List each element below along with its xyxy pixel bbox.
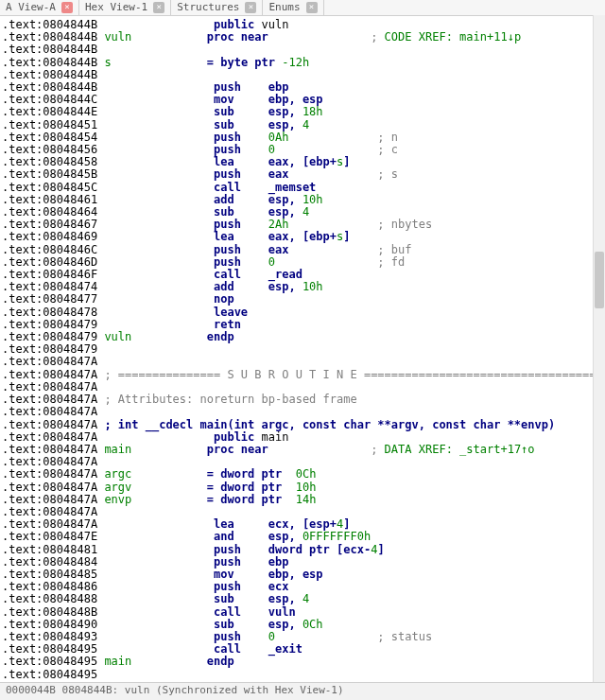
tab[interactable]: Structures× (171, 0, 263, 15)
address: .text:0804847E (2, 530, 214, 543)
token: ; nbytes (288, 218, 432, 231)
address: .text:08048495 (2, 642, 214, 656)
tab-bar: A View-A×Hex View-1×Structures×Enums× (0, 0, 605, 16)
address: .text:0804846D (2, 255, 214, 269)
address: .text:08048488 (2, 592, 214, 605)
token: push (214, 218, 268, 231)
token: proc near (207, 443, 268, 456)
token: 10h (282, 481, 316, 494)
token: 2Ah (268, 218, 289, 231)
token: 0 (268, 255, 275, 269)
token: vuln (262, 18, 289, 31)
token: ; Attributes: noreturn bp-based frame (104, 393, 356, 406)
address: .text:08048481 (2, 543, 214, 556)
address: .text:0804847A (2, 467, 104, 481)
token: sub (214, 105, 268, 118)
address: .text:08048454 (2, 131, 214, 144)
address: .text:0804846F (2, 268, 214, 281)
address: .text:08048484 (2, 555, 214, 569)
token: ; s (288, 167, 398, 181)
token: esp, (268, 530, 302, 543)
token: ; (268, 443, 385, 456)
token: ecx, [esp+ (268, 517, 337, 531)
address: .text:08048479 (2, 342, 97, 356)
tab-label: Hex View-1 (85, 1, 147, 13)
address: .text:08048479 (2, 330, 104, 343)
token: ; fd (275, 255, 405, 269)
token: ; (268, 30, 385, 44)
token: public (214, 430, 262, 444)
address: .text:0804848B (2, 605, 214, 619)
token: ; status (275, 630, 432, 643)
address: .text:08048458 (2, 155, 214, 168)
token: argc (104, 467, 131, 481)
close-icon[interactable]: × (245, 2, 256, 13)
token: mov (214, 93, 268, 106)
token: endp (207, 655, 234, 668)
token: ; n (288, 131, 398, 144)
tab[interactable]: Enums× (263, 0, 323, 15)
token: argv (104, 481, 131, 494)
token: endp (207, 330, 234, 343)
token: and (214, 530, 268, 543)
token: push (214, 143, 268, 156)
address: .text:08048490 (2, 618, 214, 631)
address: .text:0804844B (2, 18, 214, 31)
close-icon[interactable]: × (153, 2, 164, 13)
token: ; int __cdecl main(int argc, const char … (104, 418, 555, 431)
tab[interactable]: A View-A× (0, 0, 79, 15)
close-icon[interactable]: × (61, 2, 73, 13)
token: DATA XREF: _start+17↑o (385, 443, 535, 456)
tab-label: Enums (268, 1, 300, 13)
token: ecx (268, 580, 289, 593)
token: add (214, 280, 268, 293)
token: lea (214, 155, 268, 168)
address: .text:0804844C (2, 93, 214, 106)
tab-label: A View-A (6, 1, 56, 13)
address: .text:0804847A (2, 517, 214, 531)
tab[interactable]: Hex View-1× (79, 0, 171, 15)
token: -12h (275, 56, 309, 69)
token: = dword ptr (207, 467, 282, 481)
address: .text:08048486 (2, 580, 214, 593)
token: push (214, 167, 268, 181)
token: = byte ptr (207, 56, 275, 69)
address: .text:08048493 (2, 630, 214, 643)
token: esp, (268, 118, 302, 131)
scroll-thumb[interactable] (595, 252, 604, 308)
token: proc near (207, 30, 268, 44)
token: main (104, 655, 206, 668)
address: .text:0804847A (2, 368, 104, 381)
address: .text:0804844B (2, 30, 104, 44)
token: call (214, 605, 268, 619)
token: 18h (302, 105, 323, 118)
token: 0Ah (268, 131, 289, 144)
token (131, 493, 206, 506)
token (131, 481, 206, 494)
token: add (214, 193, 268, 206)
address: .text:08048478 (2, 306, 214, 319)
token: 0Ch (302, 618, 323, 631)
token: _read (268, 268, 302, 281)
token: main (104, 443, 206, 456)
address: .text:08048451 (2, 118, 214, 131)
token: vuln (104, 30, 206, 44)
address: .text:0804847A (2, 405, 97, 418)
vertical-scrollbar[interactable] (593, 15, 605, 685)
disassembly-view[interactable]: .text:0804844B public vuln.text:0804844B… (0, 16, 605, 693)
token: esp, (268, 205, 302, 219)
address: .text:08048495 (2, 655, 104, 668)
token: ebp (268, 80, 289, 94)
address: .text:08048485 (2, 568, 214, 581)
close-icon[interactable]: × (306, 2, 318, 13)
token: esp, (268, 193, 302, 206)
address: .text:0804844E (2, 105, 214, 118)
token: call (214, 268, 268, 281)
token: eax (268, 243, 289, 256)
token: call (214, 642, 268, 656)
token: ] (343, 230, 350, 243)
token: eax, [ebp+ (268, 155, 337, 168)
token: eax (268, 167, 289, 181)
token: = dword ptr (207, 481, 282, 494)
address: .text:0804844B (2, 80, 214, 94)
